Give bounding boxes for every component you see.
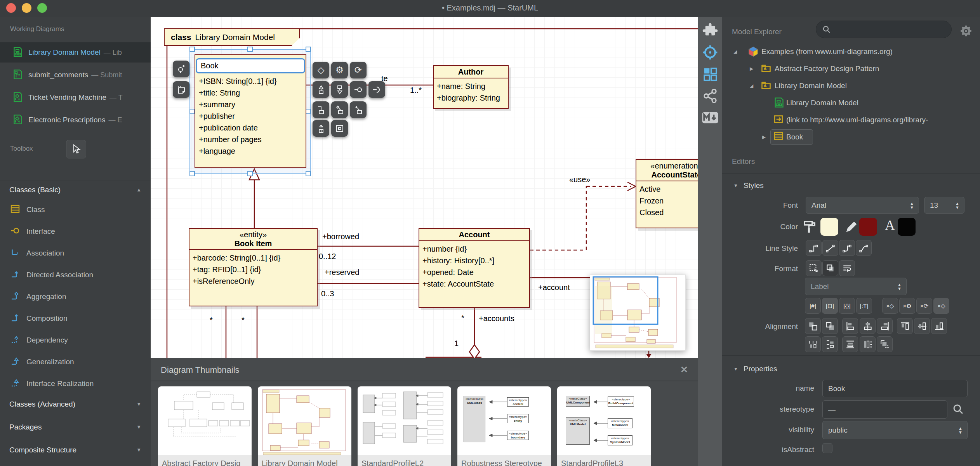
sidebar-diagram-submit-comments[interactable]: submit_comments — Submit <box>0 65 151 85</box>
selection-handle[interactable] <box>306 47 311 52</box>
space-equally-vertical-button[interactable] <box>842 336 858 352</box>
thumbnail-card-standardprofilel2[interactable]: StandardProfileL2 <box>358 386 451 466</box>
selection-handle[interactable] <box>306 171 311 176</box>
toolbox-item-class[interactable]: Class <box>0 199 151 220</box>
line-color-swatch[interactable] <box>859 218 877 236</box>
uml-class-account[interactable]: Account +number {id}+history: History[0.… <box>419 228 530 308</box>
selection-handle[interactable] <box>247 171 253 176</box>
sidebar-diagram-library-domain-model[interactable]: Library Domain Model — Lib <box>0 42 151 63</box>
tree-node-examples-from-www-uml-diagrams-org-[interactable]: ◢Examples (from www.uml-diagrams.org) <box>722 43 980 60</box>
containment-tool-icon[interactable] <box>331 120 348 137</box>
show-multiplicity-button[interactable]: [#] <box>805 298 821 314</box>
toolbox-section-packages[interactable]: Packages ▼ <box>0 418 151 436</box>
toolbox-item-generalization[interactable]: Generalization <box>0 351 151 372</box>
toolbox-item-interface-realization[interactable]: Interface Realization <box>0 373 151 394</box>
align-right-button[interactable] <box>877 318 893 334</box>
tree-node-library-domain-model[interactable]: Library Domain Model <box>722 94 980 111</box>
toolbox-section-classes-advanced-[interactable]: Classes (Advanced) ▼ <box>0 395 151 413</box>
selection-handle[interactable] <box>189 171 195 176</box>
fill-roller-icon[interactable] <box>802 219 817 236</box>
styles-collapse-caret[interactable]: ▼ <box>733 183 738 188</box>
toolbox-item-composition[interactable]: Composition <box>0 308 151 329</box>
align-center-button[interactable] <box>860 318 876 334</box>
linked-note-icon[interactable] <box>173 81 189 98</box>
roundrect-line-button[interactable] <box>839 240 855 256</box>
association-class-tool-icon[interactable] <box>313 101 329 118</box>
name-field[interactable]: Book <box>822 380 968 397</box>
show-type-button[interactable]: [⊡] <box>822 298 838 314</box>
class-name-edit-input[interactable] <box>196 58 305 73</box>
font-size-spinner[interactable]: 13 ▲▼ <box>924 197 964 214</box>
line-pencil-icon[interactable] <box>844 219 859 236</box>
diagram-canvas[interactable]: class Library Domain Model Author +name:… <box>151 17 698 358</box>
suppress-attributes-button[interactable]: ×◇ <box>882 298 898 314</box>
markdown-icon[interactable] <box>698 109 722 126</box>
set-same-width-button[interactable] <box>860 336 876 352</box>
aggregation-class-tool-icon[interactable] <box>331 101 348 118</box>
text-color-letter-icon[interactable]: A <box>885 217 895 233</box>
provided-interface-tool-icon[interactable] <box>350 81 367 98</box>
bring-to-front-button[interactable] <box>805 318 821 334</box>
align-middle-button[interactable] <box>914 318 930 334</box>
curve-line-button[interactable] <box>856 240 872 256</box>
required-interface-tool-icon[interactable] <box>368 81 385 98</box>
toolbox-item-directed-association[interactable]: Directed Association <box>0 264 151 285</box>
oblique-line-button[interactable] <box>822 240 838 256</box>
font-select[interactable]: Arial ▲▼ <box>806 197 919 214</box>
fill-color-swatch[interactable] <box>820 218 838 236</box>
thumbnails-grid-icon[interactable] <box>698 66 722 83</box>
thumbnail-card-abstract-factory-desig[interactable]: Abstract Factory Desig <box>158 386 252 466</box>
diagram-navigator-popup[interactable] <box>590 275 686 351</box>
selection-handle[interactable] <box>306 109 311 114</box>
pointer-tool-button[interactable] <box>66 140 86 158</box>
show-property-button[interactable]: [{}] <box>839 298 855 314</box>
caret-right-icon[interactable]: ▶ <box>750 66 755 71</box>
word-wrap-button[interactable] <box>839 260 855 276</box>
text-color-swatch[interactable] <box>898 218 916 236</box>
thumbnail-card-standardprofilel3[interactable]: «metaClass»UMLComponent «stereotype»Buil… <box>557 386 651 466</box>
stereotype-search-icon[interactable] <box>952 403 964 417</box>
align-top-button[interactable] <box>897 318 913 334</box>
caret-right-icon[interactable]: ▶ <box>762 134 768 140</box>
tree-node-book[interactable]: ▶Book <box>722 129 980 146</box>
realization-tool-icon[interactable] <box>331 81 348 98</box>
selection-handle[interactable] <box>189 47 195 52</box>
toolbox-section-classes-basic-[interactable]: Classes (Basic) ▲ <box>0 181 151 198</box>
selection-handle[interactable] <box>247 47 253 52</box>
toolbox-section-composite-structure[interactable]: Composite Structure ▼ <box>0 441 151 459</box>
selection-handle[interactable] <box>189 109 195 114</box>
toolbox-item-aggregation[interactable]: Aggregation <box>0 286 151 307</box>
distribute-horizontal-button[interactable] <box>805 336 821 352</box>
set-same-size-button[interactable] <box>877 336 893 352</box>
add-subdiagram-icon[interactable] <box>173 61 189 77</box>
isabstract-checkbox[interactable] <box>822 443 832 453</box>
suppress-literals-button[interactable]: ×◇ <box>933 298 949 314</box>
suppress-receptions-button[interactable]: ×⟳ <box>916 298 932 314</box>
model-search-input[interactable] <box>816 21 952 38</box>
gear-tool-icon[interactable]: ⚙ <box>331 62 348 78</box>
visibility-select[interactable]: public ▲▼ <box>822 421 968 439</box>
sidebar-diagram-electronic-prescriptions[interactable]: Electronic Prescriptions — E <box>0 110 151 130</box>
thumbnail-card-library-domain-model[interactable]: Library Domain Model <box>258 386 351 466</box>
tree-node-library-domain-model[interactable]: ◢Library Domain Model <box>722 77 980 94</box>
rectilinear-line-button[interactable] <box>806 240 822 256</box>
show-operation-signature-button[interactable]: [:T] <box>856 298 872 314</box>
diamond-tool-icon[interactable]: ◇ <box>313 62 329 78</box>
caret-down-icon[interactable]: ◢ <box>733 49 739 54</box>
sidebar-diagram-ticket-vending-machine[interactable]: Ticket Vending Machine — T <box>0 87 151 108</box>
substate-tool-icon[interactable]: ⟳ <box>350 62 367 78</box>
caret-down-icon[interactable]: ◢ <box>750 83 755 89</box>
stereotype-field[interactable]: — <box>822 400 947 419</box>
suppress-operations-button[interactable]: ×⚙ <box>899 298 915 314</box>
close-icon[interactable]: ✕ <box>680 364 688 375</box>
align-bottom-button[interactable] <box>931 318 947 334</box>
label-select[interactable]: Label ▲▼ <box>805 278 907 295</box>
uml-class-book-item[interactable]: «entity»Book Item +barcode: String[0..1]… <box>189 228 318 306</box>
explorer-gear-icon[interactable] <box>959 24 973 39</box>
align-left-button[interactable] <box>842 318 858 334</box>
generalization-tool-icon[interactable] <box>313 81 329 98</box>
auto-resize-button[interactable] <box>806 260 822 276</box>
tree-node-abstract-factory-design-pattern[interactable]: ▶Abstract Factory Design Pattern <box>722 60 980 77</box>
tree-node--link-to-http-www-uml-diagrams-org-libra[interactable]: (link to http://www.uml-diagrams.org/lib… <box>722 111 980 129</box>
distribute-vertical-button[interactable] <box>822 336 838 352</box>
